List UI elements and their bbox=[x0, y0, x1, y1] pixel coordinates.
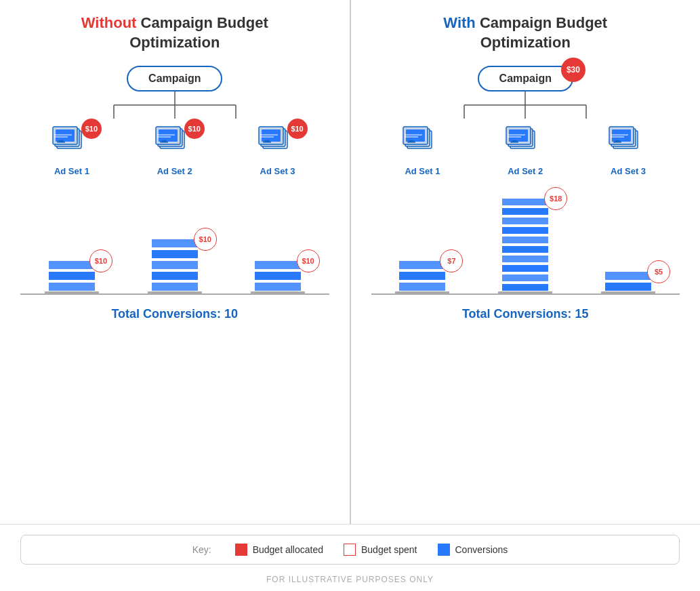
right-bars-row: $7 $18 bbox=[371, 186, 680, 295]
right-campaign-section: Campaign $30 bbox=[371, 66, 680, 119]
main-container: Without Campaign BudgetOptimization Camp… bbox=[0, 0, 700, 591]
key-section: Key: Budget allocated Budget spent Conve… bbox=[20, 535, 680, 565]
right-bar-2-badge: $18 bbox=[544, 187, 567, 210]
left-adset-1-icon-wrapper: $10 bbox=[52, 125, 92, 162]
left-bar-2-badge: $10 bbox=[194, 228, 217, 251]
right-campaign-budget-badge: $30 bbox=[561, 58, 585, 82]
left-bar-2-stack bbox=[151, 239, 199, 291]
left-panel-title: Without Campaign BudgetOptimization bbox=[81, 14, 268, 52]
right-bar-1: $7 bbox=[395, 260, 449, 293]
svg-rect-40 bbox=[409, 140, 414, 142]
right-adset-1-icon-wrapper bbox=[402, 125, 442, 162]
right-panel: With Campaign BudgetOptimization Campaig… bbox=[351, 0, 701, 524]
left-adset-2-label: Ad Set 2 bbox=[157, 166, 192, 176]
right-panel-title: With Campaign BudgetOptimization bbox=[443, 14, 607, 52]
right-adset-1: Ad Set 1 bbox=[402, 125, 442, 176]
right-tree-lines bbox=[437, 91, 613, 119]
svg-rect-57 bbox=[613, 142, 621, 143]
left-adset-3-icon-wrapper: $10 bbox=[258, 125, 298, 162]
left-campaign-box: Campaign bbox=[127, 66, 222, 91]
key-item-allocated: Budget allocated bbox=[235, 544, 323, 556]
svg-rect-8 bbox=[56, 129, 75, 142]
left-bars-section: $10 $10 bbox=[20, 186, 329, 321]
footnote: FOR ILLUSTRATIVE PURPOSES ONLY bbox=[0, 575, 700, 591]
left-bar-3: $10 bbox=[251, 260, 305, 293]
left-campaign-section: Campaign bbox=[20, 66, 329, 119]
right-bar-3: $5 bbox=[601, 271, 655, 293]
key-item-conversions: Conversions bbox=[438, 544, 508, 556]
left-bar-2: $10 bbox=[148, 239, 202, 293]
left-bar-3-badge: $10 bbox=[297, 249, 320, 272]
left-bars-row: $10 $10 bbox=[20, 186, 329, 295]
left-bar-1-stack bbox=[48, 260, 96, 291]
left-adset-3-label: Ad Set 3 bbox=[260, 166, 295, 176]
key-swatch-conversions bbox=[438, 544, 450, 556]
svg-rect-27 bbox=[264, 140, 270, 142]
svg-rect-11 bbox=[58, 140, 64, 142]
right-title-highlight: With bbox=[443, 14, 475, 31]
svg-rect-49 bbox=[510, 142, 518, 143]
svg-rect-19 bbox=[161, 140, 167, 142]
left-panel: Without Campaign BudgetOptimization Camp… bbox=[0, 0, 351, 524]
right-campaign-box-wrapper: Campaign $30 bbox=[478, 66, 573, 91]
left-adset-3: $10 Ad Set 3 bbox=[258, 125, 298, 176]
right-adset-2-icon-wrapper bbox=[505, 125, 545, 162]
left-total-conversions: Total Conversions: 10 bbox=[111, 307, 238, 321]
left-adset-2-badge: $10 bbox=[184, 119, 205, 139]
svg-rect-12 bbox=[57, 142, 65, 143]
right-adset-3: Ad Set 3 bbox=[608, 125, 648, 176]
key-text-conversions: Conversions bbox=[455, 544, 508, 555]
key-text-spent: Budget spent bbox=[361, 544, 417, 555]
left-bar-3-stack bbox=[254, 260, 302, 291]
right-adset-1-label: Ad Set 1 bbox=[405, 166, 440, 176]
left-adsets-row: $10 Ad Set 1 bbox=[20, 125, 329, 176]
left-adset-2-icon-wrapper: $10 bbox=[155, 125, 195, 162]
svg-rect-48 bbox=[512, 140, 517, 142]
key-swatch-budget-allocated bbox=[235, 544, 247, 556]
panels: Without Campaign BudgetOptimization Camp… bbox=[0, 0, 700, 525]
right-adset-2: Ad Set 2 bbox=[505, 125, 545, 176]
left-adset-3-badge: $10 bbox=[287, 119, 308, 139]
right-bar-2: $18 bbox=[498, 198, 552, 293]
right-bar-1-stack bbox=[398, 260, 446, 291]
right-campaign-box: Campaign bbox=[478, 66, 573, 91]
svg-rect-37 bbox=[406, 129, 425, 142]
svg-rect-16 bbox=[159, 129, 178, 142]
left-adset-1: $10 Ad Set 1 bbox=[52, 125, 92, 176]
right-adset-3-label: Ad Set 3 bbox=[611, 166, 646, 176]
right-bar-3-stack bbox=[604, 271, 652, 291]
svg-rect-24 bbox=[262, 129, 281, 142]
right-adset-3-icon-wrapper bbox=[608, 125, 648, 162]
left-adset-1-badge: $10 bbox=[81, 119, 102, 139]
right-adsets-row: Ad Set 1 bbox=[371, 125, 680, 176]
right-bar-2-stack bbox=[501, 198, 549, 291]
key-swatch-budget-spent bbox=[344, 544, 356, 556]
left-bar-1: $10 bbox=[45, 260, 99, 293]
svg-rect-45 bbox=[509, 129, 528, 142]
right-bars-section: $7 $18 bbox=[371, 186, 680, 321]
svg-rect-28 bbox=[263, 142, 271, 143]
left-adset-2: $10 Ad Set 2 bbox=[155, 125, 195, 176]
left-title-highlight: Without bbox=[81, 14, 137, 31]
right-total-conversions: Total Conversions: 15 bbox=[462, 307, 589, 321]
svg-rect-20 bbox=[160, 142, 168, 143]
left-bar-1-badge: $10 bbox=[89, 249, 112, 272]
left-tree-lines bbox=[87, 91, 263, 119]
key-item-spent: Budget spent bbox=[344, 544, 417, 556]
left-adset-1-label: Ad Set 1 bbox=[54, 166, 89, 176]
key-label: Key: bbox=[192, 544, 211, 555]
left-campaign-box-wrapper: Campaign bbox=[127, 66, 222, 91]
key-text-allocated: Budget allocated bbox=[253, 544, 323, 555]
right-adset-2-label: Ad Set 2 bbox=[508, 166, 543, 176]
svg-rect-56 bbox=[615, 140, 620, 142]
svg-rect-41 bbox=[407, 142, 415, 143]
svg-rect-53 bbox=[612, 129, 631, 142]
right-bar-1-badge: $7 bbox=[440, 249, 463, 272]
right-bar-3-badge: $5 bbox=[647, 260, 670, 283]
